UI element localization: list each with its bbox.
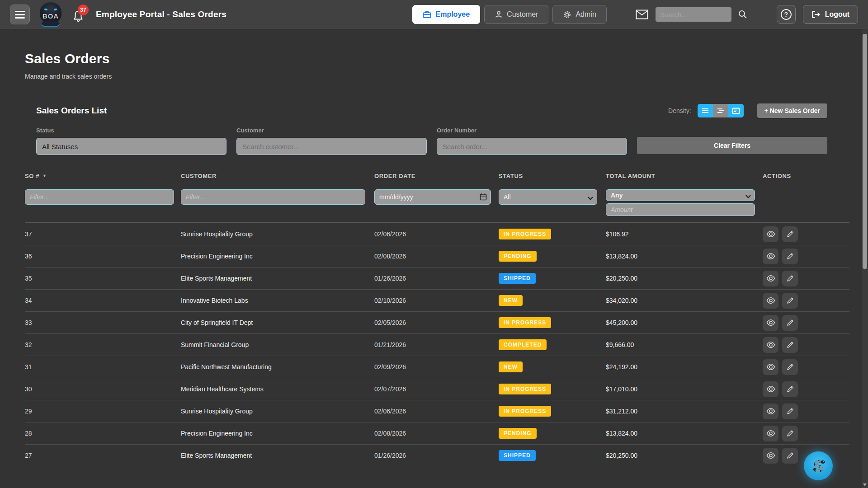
search-submit-button[interactable] — [738, 9, 748, 19]
new-sales-order-button[interactable]: + New Sales Order — [757, 103, 827, 118]
menu-button[interactable] — [10, 5, 30, 24]
table-row[interactable]: 33 City of Springfield IT Dept 02/05/202… — [25, 311, 849, 333]
status-column-filter-select[interactable]: All — [499, 189, 597, 205]
order-date-filter-input[interactable] — [374, 189, 491, 205]
status-filter-select[interactable]: All Statuses — [36, 138, 226, 155]
logo-eye-left — [44, 9, 47, 11]
view-order-button[interactable] — [763, 249, 778, 264]
density-comfortable-button[interactable] — [728, 104, 744, 117]
amount-column-filter: Any — [606, 189, 755, 216]
view-order-button[interactable] — [763, 426, 778, 441]
calendar-icon[interactable] — [480, 193, 487, 202]
density-compact-button[interactable] — [698, 104, 713, 117]
edit-order-button[interactable] — [782, 404, 798, 419]
view-order-button[interactable] — [763, 448, 778, 464]
cell-order-date: 02/09/2026 — [374, 363, 499, 371]
amount-operator-select[interactable]: Any — [606, 189, 755, 201]
nav-tab-admin[interactable]: Admin — [552, 5, 606, 24]
logo-text: BOA — [38, 12, 63, 20]
table-row[interactable]: 29 Sunrise Hospitality Group 02/06/2026 … — [25, 400, 849, 422]
column-header-status[interactable]: STATUS — [499, 173, 606, 179]
cell-so-number: 29 — [25, 408, 181, 415]
edit-order-button[interactable] — [782, 271, 798, 286]
pencil-icon — [787, 230, 794, 238]
view-order-button[interactable] — [763, 226, 778, 242]
order-number-filter-group: Order Number — [437, 127, 627, 155]
view-order-button[interactable] — [763, 337, 778, 353]
table-row[interactable]: 30 Meridian Healthcare Systems 02/07/202… — [25, 378, 849, 400]
panel-title: Sales Orders List — [36, 106, 107, 116]
edit-order-button[interactable] — [782, 293, 798, 309]
table-row[interactable]: 27 Elite Sports Management 01/26/2026 SH… — [25, 444, 849, 466]
edit-order-button[interactable] — [782, 359, 798, 375]
edit-order-button[interactable] — [782, 315, 798, 331]
help-button[interactable]: ? — [777, 5, 796, 24]
pencil-icon — [787, 275, 794, 282]
view-order-button[interactable] — [763, 359, 778, 375]
edit-order-button[interactable] — [782, 226, 798, 242]
column-header-order-date[interactable]: ORDER DATE — [374, 173, 499, 179]
table-header-row: SO # ▼ CUSTOMER ORDER DATE STATUS TOTAL … — [25, 167, 849, 185]
edit-order-button[interactable] — [782, 448, 798, 464]
column-header-customer[interactable]: CUSTOMER — [181, 173, 374, 179]
notifications-button[interactable]: 37 — [72, 5, 88, 23]
eye-icon — [766, 408, 775, 415]
cell-customer: Sunrise Hospitality Group — [181, 408, 374, 415]
column-header-so[interactable]: SO # ▼ — [25, 173, 181, 179]
view-order-button[interactable] — [763, 271, 778, 286]
nav-tab-employee[interactable]: Employee — [412, 5, 480, 24]
order-number-filter-input[interactable] — [437, 138, 627, 155]
status-badge: PENDING — [499, 428, 537, 439]
edit-order-button[interactable] — [782, 337, 798, 353]
view-order-button[interactable] — [763, 315, 778, 331]
customer-column-filter-input[interactable] — [181, 189, 365, 205]
cell-customer: Pacific Northwest Manufacturing — [181, 363, 374, 371]
table-row[interactable]: 36 Precision Engineering Inc 02/08/2026 … — [25, 245, 849, 267]
cell-actions — [763, 293, 849, 309]
global-search-input[interactable] — [656, 7, 731, 22]
status-column-filter: All — [499, 189, 597, 205]
amount-filter-input[interactable] — [606, 203, 755, 216]
table-row[interactable]: 28 Precision Engineering Inc 02/08/2026 … — [25, 422, 849, 444]
vertical-scrollbar[interactable] — [862, 29, 868, 488]
edit-order-button[interactable] — [782, 426, 798, 441]
nav-tab-customer[interactable]: Customer — [484, 5, 548, 24]
pencil-icon — [787, 452, 794, 459]
logout-button[interactable]: Logout — [803, 5, 858, 24]
filters-bar: Status All Statuses Customer Order Numbe… — [36, 127, 827, 155]
table-row[interactable]: 32 Summit Financial Group 01/21/2026 COM… — [25, 333, 849, 356]
cell-customer: City of Springfield IT Dept — [181, 319, 374, 326]
so-column-filter-input[interactable] — [25, 189, 174, 205]
clear-filters-button[interactable]: Clear Filters — [637, 137, 827, 154]
table-row[interactable]: 31 Pacific Northwest Manufacturing 02/09… — [25, 356, 849, 378]
status-filter-label: Status — [36, 127, 226, 134]
pencil-icon — [787, 430, 794, 437]
cell-actions — [763, 315, 849, 331]
logout-icon — [811, 10, 821, 19]
column-header-total-amount[interactable]: TOTAL AMOUNT — [606, 173, 763, 179]
customer-filter-input[interactable] — [236, 138, 427, 155]
edit-order-button[interactable] — [782, 381, 798, 397]
clear-filters-group: Clear Filters — [637, 127, 827, 155]
header-right-cluster: ? Logout — [636, 5, 858, 24]
page-title: Sales Orders — [0, 29, 868, 66]
mail-button[interactable] — [636, 9, 648, 19]
table-row[interactable]: 37 Sunrise Hospitality Group 02/06/2026 … — [25, 223, 849, 245]
pencil-icon — [787, 408, 794, 415]
view-order-button[interactable] — [763, 293, 778, 309]
cell-actions — [763, 359, 849, 375]
mail-icon — [636, 9, 648, 19]
assistant-fab-button[interactable] — [804, 451, 833, 480]
edit-order-button[interactable] — [782, 249, 798, 264]
cell-customer: Precision Engineering Inc — [181, 253, 374, 260]
density-normal-button[interactable] — [713, 104, 728, 117]
cell-total-amount: $20,250.00 — [606, 452, 763, 459]
eye-icon — [766, 385, 775, 393]
view-order-button[interactable] — [763, 381, 778, 397]
cell-actions — [763, 226, 849, 242]
scrollbar-down-arrow[interactable] — [863, 483, 867, 486]
view-order-button[interactable] — [763, 404, 778, 419]
scrollbar-thumb[interactable] — [863, 34, 867, 269]
table-row[interactable]: 34 Innovative Biotech Labs 02/10/2026 NE… — [25, 289, 849, 311]
table-row[interactable]: 35 Elite Sports Management 01/26/2026 SH… — [25, 267, 849, 289]
